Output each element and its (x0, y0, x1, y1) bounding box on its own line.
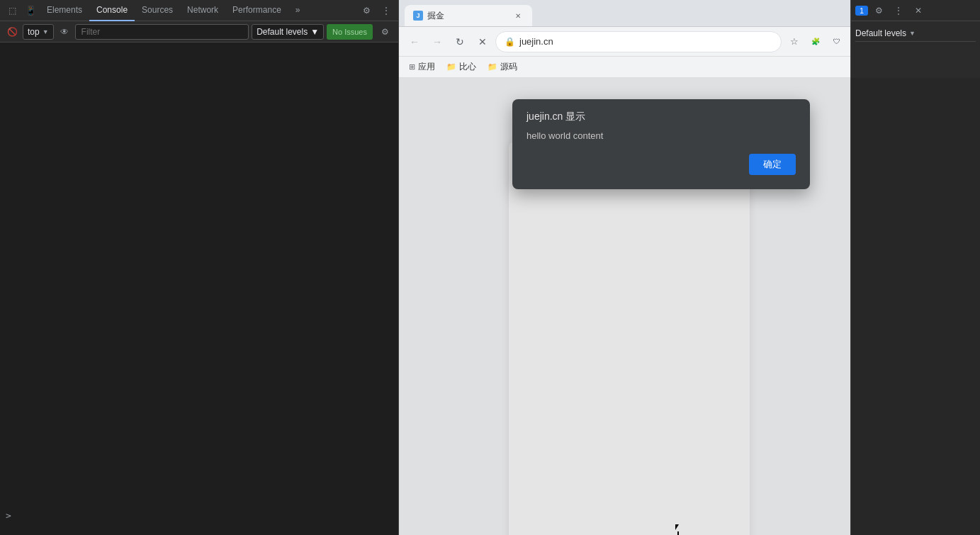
right-panel-toolbar: 1 ⚙ ⋮ ✕ (851, 0, 980, 21)
alert-footer: 确定 (526, 154, 796, 175)
tab-network[interactable]: Network (180, 0, 225, 21)
no-issues-badge[interactable]: No Issues (327, 24, 373, 40)
bookmark-apps-label: 应用 (418, 61, 435, 73)
lock-icon: 🔒 (505, 37, 515, 47)
url-text: juejin.cn (519, 36, 553, 47)
more-options-icon[interactable]: ⋮ (377, 1, 395, 20)
bookmark-bixin[interactable]: 📁 比心 (442, 60, 480, 74)
clear-console-button[interactable]: 🚫 (4, 24, 20, 40)
tab-elements[interactable]: Elements (40, 0, 89, 21)
tab-favicon: J (413, 11, 423, 21)
right-panel-content: Default levels ▼ (851, 21, 980, 46)
devtools-right-icons: ⚙ ⋮ (357, 1, 395, 20)
console-prompt[interactable]: > (6, 510, 11, 521)
omnibox[interactable]: 🔒 juejin.cn (495, 31, 782, 52)
right-settings-icon[interactable]: ⚙ (869, 1, 888, 20)
eye-icon[interactable]: 👁 (57, 24, 72, 40)
log-level-right-chevron: ▼ (909, 30, 916, 37)
bookmark-source-label: 源码 (500, 61, 517, 73)
active-tab[interactable]: J 掘金 ✕ (405, 5, 532, 26)
issues-count: 1 (860, 6, 864, 15)
alert-title: juejin.cn 显示 (526, 111, 796, 123)
console-content: > (0, 43, 398, 535)
close-button[interactable]: ✕ (473, 32, 492, 52)
console-toolbar: 🚫 top ▼ 👁 Default levels ▼ No Issues ⚙ (0, 21, 398, 43)
extensions-icon[interactable]: 🧩 (806, 32, 826, 52)
inspect-icon[interactable]: ⬚ (3, 1, 21, 20)
bookmark-bixin-label: 比心 (459, 61, 476, 73)
right-more-icon[interactable]: ⋮ (889, 1, 908, 20)
context-selector[interactable]: top ▼ (23, 24, 54, 40)
issues-count-badge: 1 (855, 6, 868, 16)
tab-sources[interactable]: Sources (135, 0, 180, 21)
bookmark-apps[interactable]: ⊞ 应用 (405, 60, 439, 74)
settings-icon[interactable]: ⚙ (357, 1, 376, 20)
alert-dialog: juejin.cn 显示 hello world content 确定 (512, 99, 810, 189)
devtools-panel: ⬚ 📱 Elements Console Sources Network Per… (0, 0, 399, 535)
log-level-chevron-icon: ▼ (310, 27, 319, 37)
browser-window: J 掘金 ✕ ← → ↻ ✕ 🔒 juejin.cn ☆ 🧩 🛡 📑 ⬛ T 🧩… (399, 0, 980, 535)
bookmark-source[interactable]: 📁 源码 (483, 60, 522, 74)
reload-button[interactable]: ↻ (450, 32, 470, 52)
filter-input[interactable] (75, 24, 249, 40)
right-close-icon[interactable]: ✕ (909, 1, 928, 20)
tab-close-button[interactable]: ✕ (512, 10, 524, 21)
device-icon[interactable]: 📱 (21, 1, 40, 20)
apps-folder-icon: ⊞ (409, 62, 415, 72)
log-level-selector[interactable]: Default levels ▼ (252, 24, 324, 40)
context-label: top (28, 27, 40, 37)
adblock-icon[interactable]: 🛡 (827, 32, 847, 52)
bookmark-button[interactable]: ☆ (784, 32, 804, 52)
alert-ok-button[interactable]: 确定 (749, 154, 796, 175)
tab-performance[interactable]: Performance (225, 0, 288, 21)
log-level-label: Default levels (257, 27, 308, 37)
alert-overlay: juejin.cn 显示 hello world content 确定 (399, 78, 980, 535)
tab-more[interactable]: » (288, 0, 308, 21)
log-level-right-label: Default levels (855, 28, 906, 38)
forward-button[interactable]: → (427, 32, 447, 52)
page-area: juejin.cn 显示 hello world content 确定 (399, 78, 980, 535)
source-folder-icon: 📁 (488, 62, 497, 72)
bixin-folder-icon: 📁 (446, 62, 456, 72)
console-settings-icon[interactable]: ⚙ (376, 23, 394, 41)
alert-message: hello world content (526, 130, 796, 141)
context-chevron-icon: ▼ (43, 28, 49, 35)
back-button[interactable]: ← (405, 32, 424, 52)
devtools-tab-bar: ⬚ 📱 Elements Console Sources Network Per… (0, 0, 398, 21)
tab-console[interactable]: Console (89, 0, 135, 21)
tab-title: 掘金 (427, 10, 444, 22)
